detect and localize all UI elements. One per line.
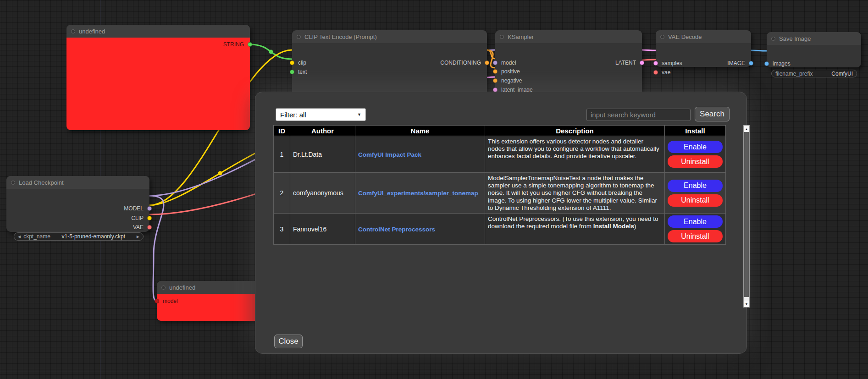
input-slot-clip[interactable] [290, 60, 294, 65]
node-title: CLIP Text Encode (Prompt) [304, 33, 377, 40]
ext-description: This extension offers various detector n… [485, 136, 665, 173]
search-button[interactable]: Search [695, 107, 730, 121]
wire-cond-to-negative [487, 50, 495, 68]
scroll-up-icon[interactable]: ▲ [744, 126, 749, 132]
wire-image-to-images [751, 50, 767, 51]
grid-axis-horizontal [0, 372, 868, 372]
ext-description: ControlNet Preprocessors. (To use this e… [485, 214, 665, 245]
scrollbar-thumb[interactable] [744, 132, 749, 297]
ext-id: 2 [274, 173, 290, 214]
ext-name-link[interactable]: ControlNet Preprocessors [358, 226, 435, 233]
link-dot-yellow [218, 171, 222, 176]
column-header-id: ID [274, 126, 290, 136]
widget-value: ComfyUI [831, 71, 853, 77]
node-title: VAE Decode [668, 33, 702, 40]
output-label: VAE [133, 224, 144, 231]
node-header[interactable]: undefined [157, 281, 260, 294]
node-ksampler[interactable]: KSampler model LATENT positive negative … [495, 30, 642, 99]
list-scrollbar[interactable]: ▲ ▼ [743, 125, 750, 308]
ckpt-name-widget[interactable]: ◀ ckpt_name v1-5-pruned-emaonly.ckpt ▶ [14, 232, 144, 241]
input-slot-negative[interactable] [493, 78, 498, 83]
node-undefined-top[interactable]: undefined STRING [66, 25, 250, 130]
node-header[interactable]: Save Image [767, 32, 861, 45]
node-load-checkpoint[interactable]: Load Checkpoint MODEL CLIP VAE ◀ ckpt_na… [6, 176, 149, 232]
collapse-dot-icon[interactable] [660, 35, 664, 39]
ext-author: Fannovel16 [290, 214, 355, 245]
collapse-dot-icon[interactable] [11, 181, 15, 185]
input-label: negative [501, 77, 522, 84]
ext-name-link[interactable]: ComfyUI Impact Pack [358, 151, 421, 158]
collapse-dot-icon[interactable] [500, 35, 504, 39]
column-header-author: Author [290, 126, 355, 136]
extension-table: ID Author Name Description Install 1 Dr.… [273, 125, 726, 245]
extension-list: ID Author Name Description Install 1 Dr.… [273, 125, 732, 308]
wire-latent-to-samples [642, 50, 656, 50]
uninstall-button[interactable]: Uninstall [668, 230, 723, 242]
filter-dropdown-value: Filter: all [280, 111, 306, 119]
output-slot-image[interactable] [749, 61, 753, 66]
input-slot-positive[interactable] [493, 69, 498, 74]
ext-name-link[interactable]: ComfyUI_experiments/sampler_tonemap [358, 190, 478, 197]
input-label: text [298, 69, 307, 75]
output-slot-string[interactable] [248, 42, 252, 47]
input-slot-samples[interactable] [653, 61, 658, 66]
node-header[interactable]: CLIP Text Encode (Prompt) [292, 30, 487, 43]
column-header-description: Description [485, 126, 665, 136]
enable-button[interactable]: Enable [668, 180, 723, 192]
input-slot-model[interactable] [155, 299, 159, 303]
table-row: 2 comfyanonymous ComfyUI_experiments/sam… [274, 173, 726, 214]
ext-id: 1 [274, 136, 290, 173]
input-label: vae [662, 69, 670, 76]
search-input[interactable] [586, 109, 691, 121]
uninstall-button[interactable]: Uninstall [668, 194, 723, 207]
enable-button[interactable]: Enable [668, 215, 723, 228]
node-undefined-bottom[interactable]: undefined model [157, 281, 260, 321]
output-slot-conditioning[interactable] [485, 60, 489, 65]
scroll-down-icon[interactable]: ▼ [744, 301, 749, 307]
close-button[interactable]: Close [274, 335, 303, 348]
input-label: images [773, 60, 791, 67]
node-vae-decode[interactable]: VAE Decode samples IMAGE vae [656, 30, 751, 67]
output-slot-model[interactable] [147, 206, 152, 211]
node-header[interactable]: undefined [66, 25, 250, 38]
widget-label: ckpt_name [23, 233, 50, 240]
input-slot-model[interactable] [493, 60, 498, 65]
input-slot-text[interactable] [290, 70, 294, 74]
node-header[interactable]: Load Checkpoint [6, 176, 149, 189]
output-label: IMAGE [727, 60, 745, 66]
collapse-dot-icon[interactable] [71, 29, 75, 33]
output-slot-vae[interactable] [147, 225, 152, 230]
node-header[interactable]: KSampler [495, 30, 642, 43]
output-label: CONDITIONING [440, 60, 481, 66]
node-title: undefined [79, 28, 105, 35]
collapse-dot-icon[interactable] [297, 35, 301, 39]
output-label: CLIP [131, 215, 144, 221]
widget-label: filename_prefix [775, 71, 813, 77]
output-slot-latent[interactable] [640, 60, 644, 65]
collapse-dot-icon[interactable] [771, 37, 775, 41]
table-row: 1 Dr.Lt.Data ComfyUI Impact Pack This ex… [274, 136, 726, 173]
node-save-image[interactable]: Save Image images filename_prefix ComfyU… [767, 32, 861, 67]
filename-prefix-widget[interactable]: filename_prefix ComfyUI [771, 70, 857, 77]
table-row: 3 Fannovel16 ControlNet Preprocessors Co… [274, 214, 726, 245]
ext-id: 3 [274, 214, 290, 245]
input-slot-vae[interactable] [653, 70, 658, 75]
collapse-dot-icon[interactable] [161, 286, 166, 290]
next-arrow-icon[interactable]: ▶ [137, 235, 139, 239]
output-slot-clip[interactable] [147, 216, 152, 220]
input-label: positive [501, 68, 520, 75]
column-header-install: Install [665, 126, 726, 136]
output-label: LATENT [615, 60, 636, 66]
prev-arrow-icon[interactable]: ◀ [18, 235, 21, 239]
enable-button[interactable]: Enable [668, 141, 723, 153]
input-slot-images[interactable] [764, 61, 769, 66]
ext-description: ModelSamplerTonemapNoiseTest a node that… [485, 173, 665, 214]
node-title: Save Image [779, 35, 811, 42]
input-label: samples [662, 60, 682, 66]
node-header[interactable]: VAE Decode [656, 30, 751, 43]
graph-canvas[interactable]: undefined STRING CLIP Text Encode (Promp… [0, 0, 868, 379]
ext-author: comfyanonymous [290, 173, 355, 214]
wire-cond-to-positive [487, 50, 495, 59]
filter-dropdown[interactable]: Filter: all ▼ [276, 108, 366, 121]
uninstall-button[interactable]: Uninstall [668, 155, 723, 168]
